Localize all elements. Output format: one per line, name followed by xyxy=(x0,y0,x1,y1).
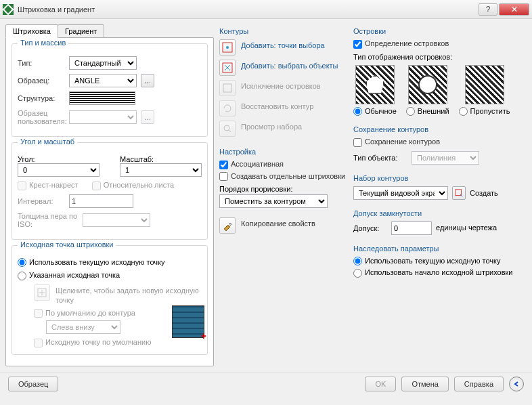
hatch-preview-icon xyxy=(172,305,204,338)
island-mode-ignore[interactable]: Пропустить xyxy=(459,65,510,116)
save-contours-heading: Сохранение контуров xyxy=(353,125,523,133)
tolerance-units: единицы чертежа xyxy=(436,224,497,232)
interval-label: Интервал: xyxy=(18,197,65,205)
close-button[interactable]: ✕ xyxy=(499,3,529,16)
iso-label: Толщина пера по ISO: xyxy=(18,212,79,228)
settings-heading: Настройка xyxy=(219,148,348,156)
pattern-select[interactable]: ANGLE xyxy=(69,74,137,87)
default-contour-check: По умолчанию до контура xyxy=(34,309,135,317)
group-origin-title: Исходная точка штриховки xyxy=(18,240,116,249)
island-mode-outer[interactable]: Внешний xyxy=(406,65,449,116)
view-set-label: Просмотр набора xyxy=(241,121,302,131)
help-button-footer[interactable]: Справка xyxy=(454,377,504,391)
order-label: Порядок прорисовки: xyxy=(219,185,348,193)
inherit-heading: Наследовать параметры xyxy=(353,244,523,253)
origin-specified-radio[interactable]: Указанная исходная точка xyxy=(18,271,120,280)
add-objects-label: Добавить: выбрать объекты xyxy=(241,60,338,70)
contour-set-select[interactable]: Текущий видовой экран xyxy=(353,186,448,200)
relative-check: Относительно листа xyxy=(92,181,175,190)
separate-check[interactable]: Создавать отдельные штриховки xyxy=(219,172,348,182)
scale-select[interactable]: 1 xyxy=(120,163,202,177)
window-title: Штриховка и градиент xyxy=(18,5,477,14)
custom-label: Образец пользователя: xyxy=(18,109,65,125)
islands-heading: Островки xyxy=(353,27,523,35)
iso-select xyxy=(83,213,150,227)
svg-rect-4 xyxy=(223,84,231,92)
tolerance-heading: Допуск замкнутости xyxy=(353,209,523,217)
new-set-button[interactable] xyxy=(452,186,466,200)
group-type-title: Тип и массив xyxy=(18,39,68,47)
associative-check[interactable]: Ассоциативная xyxy=(219,160,348,169)
contours-heading: Контуры xyxy=(219,27,348,35)
copy-props-label: Копирование свойств xyxy=(241,217,315,228)
type-label: Тип: xyxy=(18,59,65,67)
angle-select[interactable]: 0 xyxy=(18,163,99,177)
copy-props-button[interactable] xyxy=(219,217,236,234)
group-angle-title: Угол и масштаб xyxy=(18,137,77,146)
island-display-label: Тип отображения островков: xyxy=(353,53,523,61)
type-select[interactable]: Стандартный xyxy=(69,56,137,70)
exclude-islands-label: Исключение островков xyxy=(241,80,321,91)
order-select[interactable]: Поместить за контуром xyxy=(219,194,328,208)
add-points-button[interactable] xyxy=(219,39,236,56)
objtype-label: Тип объекта: xyxy=(353,154,407,162)
view-set-button xyxy=(219,121,236,137)
tab-gradient[interactable]: Градиент xyxy=(58,24,104,38)
exclude-islands-button xyxy=(219,80,236,96)
inherit-source-radio[interactable]: Использовать начало исходной штриховки xyxy=(353,268,523,278)
restore-contour-label: Восстановить контур xyxy=(241,100,313,111)
pick-origin-text: Щелкните, чтобы задать новую исходную то… xyxy=(56,284,202,305)
island-mode-normal[interactable]: Обычное xyxy=(353,65,397,116)
detect-islands-check[interactable]: Определение островков xyxy=(353,39,523,49)
add-objects-button[interactable] xyxy=(219,60,236,76)
add-points-label: Добавить: точки выбора xyxy=(241,39,325,50)
svg-point-2 xyxy=(226,46,229,49)
expand-button[interactable] xyxy=(509,377,524,391)
inherit-current-radio[interactable]: Использовать текущую исходную точку xyxy=(353,257,523,266)
scale-label: Масштаб: xyxy=(120,155,202,163)
create-label: Создать xyxy=(470,189,498,197)
custom-browse-button: … xyxy=(141,110,154,124)
restore-contour-button xyxy=(219,100,236,116)
contour-set-heading: Набор контуров xyxy=(353,174,523,182)
sample-button[interactable]: Образец xyxy=(8,377,58,391)
cross-check: Крест-накрест xyxy=(18,181,79,190)
structure-swatch[interactable] xyxy=(69,91,135,105)
angle-label: Угол: xyxy=(18,155,99,163)
origin-pos-select: Слева внизу xyxy=(46,320,120,334)
structure-label: Структура: xyxy=(18,94,65,102)
svg-point-5 xyxy=(224,125,229,131)
tolerance-label: Допуск: xyxy=(353,224,387,232)
origin-current-radio[interactable]: Использовать текущую исходную точку xyxy=(18,258,164,268)
help-button[interactable]: ? xyxy=(479,3,497,16)
cancel-button[interactable]: Отмена xyxy=(401,377,448,391)
objtype-select: Полилиния xyxy=(412,151,479,165)
pattern-label: Образец: xyxy=(18,77,65,85)
default-origin-check: Исходную точку по умолчанию xyxy=(34,338,151,346)
save-contours-check[interactable]: Сохранение контуров xyxy=(353,137,523,147)
custom-select xyxy=(69,110,137,124)
interval-input xyxy=(69,194,133,208)
pattern-browse-button[interactable]: … xyxy=(141,74,154,87)
tolerance-input[interactable] xyxy=(391,221,432,235)
app-icon xyxy=(3,4,14,15)
pick-origin-icon xyxy=(34,284,50,301)
titlebar: Штриховка и градиент ? ✕ xyxy=(0,0,532,19)
tab-hatch[interactable]: Штриховка xyxy=(5,24,58,38)
ok-button[interactable]: OK xyxy=(365,377,396,391)
